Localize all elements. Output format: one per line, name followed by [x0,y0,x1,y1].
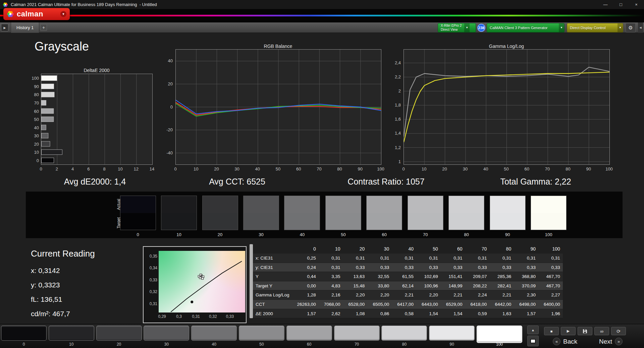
x-tick-label: 0 [174,166,176,171]
pattern-generator-button[interactable]: CalMAN Client 3 Pattern Generator ▼ [487,23,565,32]
add-tab-button[interactable]: + [40,24,47,31]
chevron-down-icon[interactable]: ▼ [464,23,470,32]
table-row-label: ΔE 2000 [256,309,294,319]
settings-gear-icon[interactable]: ⚙ [626,23,636,32]
save-icon[interactable] [578,327,592,335]
up-arrow-icon[interactable]: ▲ [527,326,539,334]
stop-icon[interactable]: ■ [544,327,559,335]
grayscale-patch-button[interactable] [477,326,522,343]
table-cell: 0,33 [392,263,414,272]
patch-label: 10 [49,342,94,347]
y-tick-label: 2,2 [386,74,401,79]
table-cell: 0,86 [368,309,389,319]
table-cell: 0,31 [344,254,365,263]
table-header-cell: 60 [441,244,463,254]
title-bar: Calman 2021 Calman Ultimate for Business… [0,0,644,9]
patch-label: 20 [96,342,142,347]
grayscale-patch-button[interactable] [286,326,332,341]
swatch-label: 80 [448,232,484,237]
table-cell: 0,33 [539,263,560,272]
meter-label: X-Rite i1Pro 2 Direct View [438,23,464,32]
loop-icon[interactable]: ∞ [594,327,609,335]
pattern-window-icon [530,339,536,343]
cie-xtick-label: 0,3 [176,314,182,319]
gamma-chart [404,49,610,165]
play-icon[interactable]: ▶ [561,327,576,335]
grayscale-patch-button[interactable] [429,326,475,341]
chevron-down-icon[interactable]: ▼ [618,23,623,32]
chevron-down-icon[interactable]: ▼ [559,23,564,32]
grayscale-patch-button[interactable] [191,326,237,341]
calman-flower-icon [7,10,14,18]
grayscale-swatch [408,196,443,230]
grayscale-patch-button[interactable] [144,326,189,341]
deltae-xtick-label: 10 [118,166,122,171]
display-control-button[interactable]: Direct Display Control ▼ [567,23,623,32]
table-cell: 0,00 [295,281,316,291]
patch-label: 80 [381,342,427,347]
close-button[interactable]: × [629,0,644,9]
table-cell: 0,24 [295,263,316,272]
swatch-target [161,213,197,230]
table-cell: 0,33 [441,263,463,272]
tab-history-1[interactable]: History 1 [11,22,39,33]
cie-xtick-label: 0,33 [226,314,234,319]
pattern-window-button[interactable] [527,336,539,346]
reading-count-badge: 238 [477,24,485,32]
grayscale-patch-button[interactable] [239,326,284,341]
contrast-ratio-stat: Contrast Ratio: 1057 [347,177,424,187]
grayscale-swatch [366,196,402,230]
swatch-label: 90 [490,232,526,237]
grayscale-patch-button[interactable] [381,326,427,341]
table-cell: 0,33 [490,263,511,272]
next-button[interactable]: Next » [599,338,623,345]
grayscale-patch-button[interactable] [334,326,380,341]
table-cell: 4,83 [319,281,340,291]
swatch-label: 30 [243,232,279,237]
table-cell: 2,27 [539,290,560,300]
pattern-bar: ▲ ■ ▶ ∞ ⟳ « Back Next » 0102030405060708… [0,324,644,348]
y-tick-label: 2,4 [386,60,401,65]
maximize-button[interactable]: □ [613,0,629,9]
patch-label: 90 [429,342,475,347]
collapse-toolbar-icon[interactable]: ◀ [638,22,643,33]
swatch-actual [408,196,443,213]
table-cell: 2,16 [319,290,340,300]
grayscale-patch-button[interactable] [96,326,142,341]
table-scrollbar[interactable] [250,244,253,318]
history-panel-expander-icon[interactable]: ▶ [1,24,8,31]
x-tick-label: 90 [586,166,591,171]
x-tick-label: 90 [358,166,363,171]
table-cell: 0,33 [466,263,487,272]
grayscale-patch-button[interactable] [1,326,47,341]
table-cell: 6417,00 [392,300,414,309]
deltae-xtick-label: 2 [56,166,58,171]
swatch-label: 100 [531,232,567,237]
calman-window: Calman 2021 Calman Ultimate for Business… [0,0,644,348]
logo-menu-chevron-icon[interactable]: ▼ [60,11,66,17]
x-tick-label: 10 [194,166,198,171]
refresh-icon[interactable]: ⟳ [611,327,626,335]
grayscale-swatch [448,196,484,230]
table-cell: 208,22 [466,281,487,291]
meter-button[interactable]: X-Rite i1Pro 2 Direct View ▼ [438,23,476,32]
swatch-actual [203,196,238,213]
table-cell: 7068,00 [319,300,340,309]
swatch-actual [120,196,156,213]
x-tick-label: 70 [317,166,321,171]
y-tick-label: 1,6 [386,117,401,122]
y-tick-label: 40 [158,58,173,63]
x-tick-label: 0 [402,166,405,171]
page-title: Grayscale [35,40,89,54]
table-cell: 3,35 [319,272,340,281]
back-button[interactable]: « Back [553,338,577,345]
grayscale-patch-button[interactable] [49,326,94,341]
swatch-target [449,213,484,230]
table-header-cell: 10 [319,244,340,254]
pattern-generator-label: CalMAN Client 3 Pattern Generator [487,23,559,32]
minimize-button[interactable]: — [598,0,613,9]
table-cell: 1,54 [441,309,463,319]
calman-logo-button[interactable]: calman ▼ [3,8,70,20]
deltae-xtick-label: 0 [40,166,42,171]
swatch-target [203,213,238,230]
